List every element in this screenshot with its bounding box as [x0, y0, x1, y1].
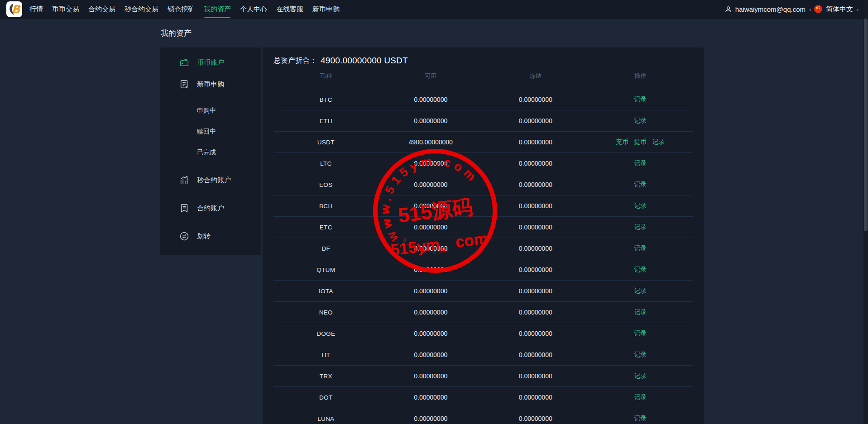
user-menu-chevron-icon[interactable]: ‹	[809, 5, 811, 13]
available-balance: 0.00000000	[414, 309, 447, 316]
withdraw-link[interactable]: 提币	[634, 138, 647, 146]
records-link[interactable]: 记录	[634, 393, 647, 401]
table-row: ETC0.000000000.00000000记录	[273, 217, 693, 238]
records-link[interactable]: 记录	[634, 159, 647, 167]
table-row: HT0.000000000.00000000记录	[273, 344, 693, 366]
nav-item-9[interactable]: 新币申购	[312, 0, 340, 19]
row-actions: 记录	[588, 351, 693, 359]
available-balance: 0.00000000	[414, 96, 447, 103]
deposit-link[interactable]: 充币	[616, 138, 628, 146]
row-actions: 记录	[588, 266, 693, 274]
table-row: LTC0.000000000.00000000记录	[273, 153, 693, 174]
row-actions: 记录	[588, 117, 693, 125]
coin-name: ETH	[320, 118, 332, 124]
coin-name: DOGE	[317, 330, 335, 337]
nav-item-8[interactable]: 在线客服	[276, 0, 303, 19]
nav-item-2[interactable]: 币币交易	[52, 0, 79, 19]
coin-name: LUNA	[317, 415, 334, 422]
table-row: NEO0.000000000.00000000记录	[273, 302, 693, 323]
topbar-right: haiwaiymcom@qq.com ‹ ★★★ 简体中文 ‹	[724, 5, 862, 14]
sidebar-item-label: 划转	[197, 232, 211, 241]
frozen-balance: 0.00000000	[519, 351, 552, 358]
sidebar-subitem[interactable]: 申购中	[160, 100, 261, 121]
available-balance: 0.00000000	[414, 181, 447, 188]
nav-item-7[interactable]: 个人中心	[240, 0, 267, 19]
contract-icon	[179, 203, 190, 213]
user-icon	[724, 5, 732, 13]
sidebar-item[interactable]: 划转	[160, 225, 261, 247]
coin-name: DOT	[319, 394, 332, 401]
records-link[interactable]: 记录	[634, 372, 647, 380]
sidebar-subitem-label: 赎回中	[197, 128, 216, 136]
table-row: DOGE0.000000000.00000000记录	[273, 323, 693, 344]
page-title: 我的资产	[161, 28, 868, 38]
assets-sidebar: 币币账户 ¥新币申购申购中赎回中已完成 秒合约账户 合约账户 划转	[160, 48, 261, 255]
scrollbar-thumb[interactable]	[864, 19, 868, 231]
row-actions: 记录	[588, 414, 693, 423]
records-link[interactable]: 记录	[652, 138, 665, 146]
row-actions: 记录	[588, 287, 693, 295]
frozen-balance: 0.00000000	[519, 372, 552, 380]
coin-name: BCH	[319, 203, 332, 210]
records-link[interactable]: 记录	[634, 117, 647, 125]
coin-name: NEO	[319, 309, 333, 316]
sidebar-item-label: 秒合约账户	[197, 176, 231, 185]
total-assets-value: 4900.00000000 USDT	[321, 56, 408, 66]
records-link[interactable]: 记录	[634, 414, 647, 423]
table-row: DOT0.000000000.00000000记录	[273, 387, 693, 408]
language-chevron-icon[interactable]: ‹	[857, 5, 859, 13]
user-email[interactable]: haiwaiymcom@qq.com	[735, 5, 806, 13]
nav-item-5[interactable]: 锁仓挖矿	[168, 0, 195, 19]
frozen-balance: 0.00000000	[519, 224, 552, 231]
available-balance: 0.00000000	[414, 202, 447, 210]
available-balance: 0.00000000	[414, 117, 447, 124]
frozen-balance: 0.00000000	[519, 181, 552, 188]
frozen-balance: 0.00000000	[519, 96, 552, 103]
frozen-balance: 0.00000000	[519, 330, 552, 337]
coin-name: USDT	[317, 139, 335, 146]
nav-item-6[interactable]: 我的资产	[204, 0, 231, 19]
available-balance: 0.00000000	[414, 224, 447, 231]
records-link[interactable]: 记录	[634, 351, 647, 359]
records-link[interactable]: 记录	[634, 329, 647, 338]
nav-item-3[interactable]: 合约交易	[88, 0, 115, 19]
records-link[interactable]: 记录	[634, 181, 647, 189]
available-balance: 0.00000000	[414, 160, 447, 167]
topbar: B 行情币币交易合约交易秒合约交易锁仓挖矿我的资产个人中心在线客服新币申购 ha…	[0, 0, 868, 19]
column-header: 可用	[379, 72, 484, 80]
row-actions: 记录	[588, 223, 693, 231]
sidebar-subitem[interactable]: 已完成	[160, 142, 261, 163]
sidebar-item[interactable]: 秒合约账户	[160, 169, 261, 191]
sidebar-item[interactable]: ¥新币申购	[160, 73, 261, 95]
available-balance: 0.00000000	[414, 351, 447, 358]
sidebar-item[interactable]: 合约账户	[160, 197, 261, 219]
frozen-balance: 0.00000000	[519, 138, 552, 146]
nav-item-4[interactable]: 秒合约交易	[125, 0, 158, 19]
records-link[interactable]: 记录	[634, 202, 647, 210]
records-link[interactable]: 记录	[634, 244, 647, 252]
main-nav: 行情币币交易合约交易秒合约交易锁仓挖矿我的资产个人中心在线客服新币申购	[29, 0, 349, 19]
sidebar-item[interactable]: 币币账户	[160, 52, 261, 73]
table-row: USDT4900.000000000.00000000充币提币记录	[273, 132, 693, 153]
records-link[interactable]: 记录	[634, 266, 647, 274]
frozen-balance: 0.00000000	[519, 287, 552, 295]
language-selector[interactable]: 简体中文	[826, 5, 853, 14]
chart-icon	[179, 175, 190, 185]
records-link[interactable]: 记录	[634, 223, 647, 231]
site-logo[interactable]: B	[6, 1, 22, 17]
sidebar-subitem[interactable]: 赎回中	[160, 121, 261, 142]
available-balance: 0.00000000	[414, 330, 447, 337]
nav-item-1[interactable]: 行情	[29, 0, 43, 19]
records-link[interactable]: 记录	[634, 95, 647, 104]
row-actions: 记录	[588, 372, 693, 380]
records-link[interactable]: 记录	[634, 308, 647, 316]
page-scrollbar[interactable]	[863, 0, 868, 424]
sidebar-item-label: 新币申购	[197, 80, 224, 89]
available-balance: 4900.00000000	[409, 138, 453, 146]
row-actions: 记录	[588, 308, 693, 316]
row-actions: 充币提币记录	[588, 138, 693, 146]
records-link[interactable]: 记录	[634, 287, 647, 295]
svg-text:B: B	[12, 3, 21, 16]
row-actions: 记录	[588, 329, 693, 338]
total-assets-line: 总资产折合： 4900.00000000 USDT	[273, 51, 693, 70]
